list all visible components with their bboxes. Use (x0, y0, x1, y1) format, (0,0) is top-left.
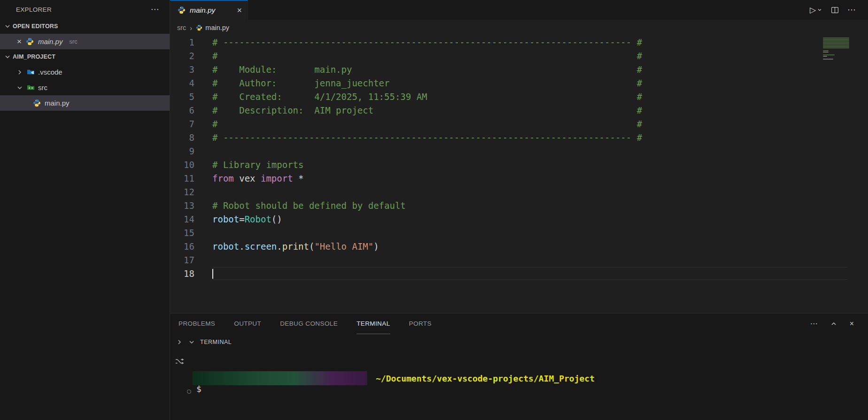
code-line[interactable]: 10# Library imports (170, 158, 868, 172)
chevron-down-icon (16, 84, 23, 92)
more-actions-icon[interactable]: ⋯ (847, 6, 856, 14)
panel-tab-output[interactable]: OUTPUT (234, 313, 261, 334)
tree-item-src[interactable]: src (0, 80, 170, 95)
line-content[interactable]: # Author: jenna_juechter # (194, 76, 642, 90)
minimap-line (823, 47, 849, 48)
line-content[interactable]: # # (194, 117, 642, 131)
code-line[interactable]: 13# Robot should be defined by default (170, 199, 868, 213)
terminal-prompt-line: ~/Documents/vex-vscode-projects/AIM_Proj… (193, 371, 595, 385)
line-number: 14 (170, 213, 194, 226)
line-content[interactable]: # --------------------------------------… (194, 36, 642, 49)
breadcrumb-file-label: main.py (205, 24, 229, 31)
line-content[interactable]: # Created: 4/1/2025, 11:55:39 AM # (194, 90, 642, 104)
more-actions-icon[interactable]: ⋯ (810, 320, 818, 328)
line-number: 7 (170, 117, 194, 131)
terminal-prompt-decoration (193, 371, 367, 385)
command-decoration-icon[interactable] (187, 389, 191, 394)
tab-label: main.py (190, 6, 215, 15)
code-line[interactable]: 7# # (170, 117, 868, 131)
run-button[interactable]: ▷ (810, 5, 822, 15)
line-content[interactable]: robot.screen.print("Hello AIM") (194, 240, 379, 253)
line-content[interactable] (194, 253, 212, 267)
line-number: 3 (170, 63, 194, 76)
code-line[interactable]: 8# -------------------------------------… (170, 131, 868, 145)
line-content[interactable] (194, 267, 213, 281)
minimap-line (823, 54, 835, 55)
minimap[interactable] (823, 38, 861, 63)
tree-item-label: .vscode (38, 68, 62, 76)
tree-item-vscode[interactable]: .vscode (0, 64, 170, 80)
code-line[interactable]: 11from vex import * (170, 172, 868, 185)
split-editor-icon[interactable] (831, 6, 839, 14)
chevron-down-icon (4, 53, 11, 61)
code-line[interactable]: 9 (170, 145, 868, 158)
open-editor-item-main-py[interactable]: × main.py src (0, 34, 170, 49)
line-number: 5 (170, 90, 194, 104)
chevron-right-icon: › (190, 24, 192, 32)
bottom-panel: PROBLEMS OUTPUT DEBUG CONSOLE TERMINAL P… (170, 313, 868, 420)
line-content[interactable] (194, 226, 212, 240)
code-line[interactable]: 17 (170, 253, 868, 267)
code-line[interactable]: 15 (170, 226, 868, 240)
terminal-section-header[interactable]: TERMINAL (170, 334, 868, 350)
tab-main-py[interactable]: main.py × (170, 0, 248, 20)
line-content[interactable]: # Robot should be defined by default (194, 199, 406, 213)
code-line[interactable]: 1# -------------------------------------… (170, 36, 868, 49)
code-line[interactable]: 18 (170, 267, 868, 281)
code-editor[interactable]: 1# -------------------------------------… (170, 36, 868, 313)
minimap-line (823, 56, 827, 57)
chevron-down-icon[interactable] (817, 7, 822, 13)
chevron-up-icon[interactable] (830, 320, 837, 328)
line-content[interactable]: # --------------------------------------… (194, 131, 642, 145)
minimap-line (823, 40, 849, 41)
close-icon[interactable]: × (237, 6, 242, 15)
close-panel-icon[interactable]: × (850, 320, 854, 328)
open-editors-section-header[interactable]: OPEN EDITORS (0, 19, 170, 34)
run-icon: ▷ (810, 5, 816, 15)
tree-item-main-py[interactable]: main.py (0, 95, 170, 111)
line-number: 4 (170, 76, 194, 90)
line-content[interactable] (194, 145, 212, 158)
line-content[interactable]: # Module: main.py # (194, 63, 642, 76)
line-content[interactable] (194, 185, 212, 199)
vscode-folder-icon (27, 68, 35, 76)
code-line[interactable]: 3# Module: main.py # (170, 63, 868, 76)
line-content[interactable]: # Description: AIM project # (194, 104, 642, 117)
vscode-window: EXPLORER ⋯ OPEN EDITORS × main.py src AI… (0, 0, 868, 420)
code-line[interactable]: 12 (170, 185, 868, 199)
current-line-highlight (212, 267, 847, 280)
code-line[interactable]: 14robot=Robot() (170, 213, 868, 226)
line-content[interactable]: from vex import * (194, 172, 304, 185)
minimap-line (823, 59, 833, 60)
code-line[interactable]: 2# # (170, 49, 868, 63)
panel-tab-ports[interactable]: PORTS (409, 313, 432, 334)
line-number: 1 (170, 36, 194, 49)
terminal[interactable]: ~/Documents/vex-vscode-projects/AIM_Proj… (170, 350, 868, 420)
line-number: 9 (170, 145, 194, 158)
python-file-icon (33, 99, 41, 107)
explorer-sidebar: EXPLORER ⋯ OPEN EDITORS × main.py src AI… (0, 0, 170, 420)
minimap-line (823, 60, 861, 61)
breadcrumb-folder[interactable]: src (177, 24, 186, 31)
panel-tab-terminal[interactable]: TERMINAL (356, 313, 390, 334)
project-section-header[interactable]: AIM_PROJECT (0, 49, 170, 64)
line-content[interactable]: # # (194, 49, 642, 63)
close-icon[interactable]: × (17, 38, 22, 46)
line-content[interactable]: # Library imports (194, 158, 303, 172)
line-content[interactable]: robot=Robot() (194, 213, 282, 226)
minimap-line (823, 57, 861, 58)
explorer-title: EXPLORER (16, 6, 52, 13)
code-line[interactable]: 16robot.screen.print("Hello AIM") (170, 240, 868, 253)
chevron-right-icon[interactable] (176, 338, 183, 346)
code-line[interactable]: 5# Created: 4/1/2025, 11:55:39 AM # (170, 90, 868, 104)
explorer-more-icon[interactable]: ⋯ (151, 5, 159, 14)
code-line[interactable]: 6# Description: AIM project # (170, 104, 868, 117)
explorer-header: EXPLORER ⋯ (0, 0, 170, 19)
panel-tab-problems[interactable]: PROBLEMS (178, 313, 215, 334)
minimap-line (823, 53, 861, 54)
line-number: 13 (170, 199, 194, 213)
panel-tab-debug-console[interactable]: DEBUG CONSOLE (280, 313, 338, 334)
minimap-line (823, 42, 849, 43)
breadcrumb-file[interactable]: main.py (196, 24, 229, 31)
code-line[interactable]: 4# Author: jenna_juechter # (170, 76, 868, 90)
